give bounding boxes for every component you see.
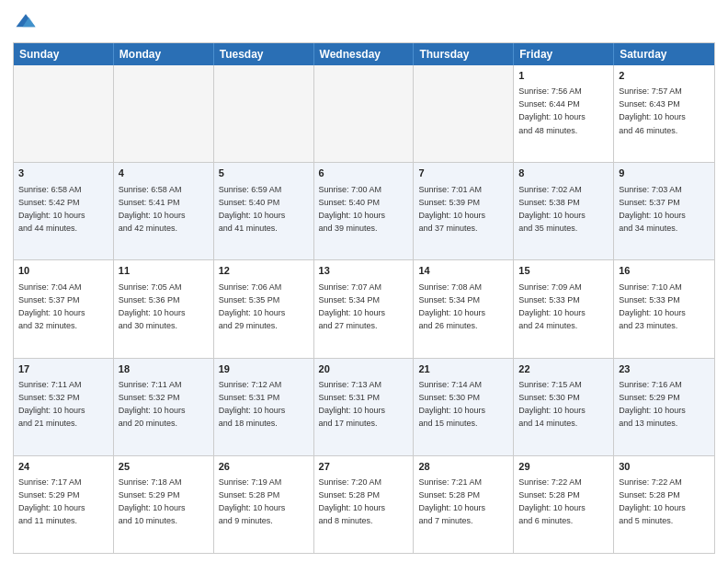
page: SundayMondayTuesdayWednesdayThursdayFrid…: [0, 0, 728, 563]
day-number: 13: [319, 264, 409, 278]
calendar-header: SundayMondayTuesdayWednesdayThursdayFrid…: [14, 43, 714, 65]
day-number: 24: [18, 460, 108, 474]
day-info: Sunrise: 7:15 AM Sunset: 5:30 PM Dayligh…: [518, 380, 586, 428]
day-number: 15: [518, 264, 609, 278]
calendar-cell: 21Sunrise: 7:14 AM Sunset: 5:30 PM Dayli…: [414, 359, 514, 455]
day-info: Sunrise: 7:57 AM Sunset: 6:43 PM Dayligh…: [619, 86, 686, 134]
calendar-row: 24Sunrise: 7:17 AM Sunset: 5:29 PM Dayli…: [14, 456, 714, 553]
day-info: Sunrise: 7:11 AM Sunset: 5:32 PM Dayligh…: [18, 380, 85, 428]
day-info: Sunrise: 6:58 AM Sunset: 5:42 PM Dayligh…: [18, 185, 85, 233]
day-number: 17: [18, 362, 108, 376]
day-info: Sunrise: 7:21 AM Sunset: 5:28 PM Dayligh…: [418, 477, 485, 525]
header: [13, 9, 715, 35]
calendar-row: 3Sunrise: 6:58 AM Sunset: 5:42 PM Daylig…: [14, 163, 714, 260]
calendar-cell: 7Sunrise: 7:01 AM Sunset: 5:39 PM Daylig…: [414, 163, 514, 259]
calendar-cell: [314, 65, 415, 162]
day-info: Sunrise: 7:18 AM Sunset: 5:29 PM Dayligh…: [119, 477, 186, 525]
calendar-cell: 19Sunrise: 7:12 AM Sunset: 5:31 PM Dayli…: [214, 359, 314, 455]
calendar-cell: 28Sunrise: 7:21 AM Sunset: 5:28 PM Dayli…: [414, 456, 514, 553]
weekday-header: Friday: [514, 43, 614, 65]
calendar-cell: 23Sunrise: 7:16 AM Sunset: 5:29 PM Dayli…: [614, 359, 714, 455]
calendar-body: 1Sunrise: 7:56 AM Sunset: 6:44 PM Daylig…: [14, 65, 714, 553]
day-number: 1: [518, 69, 609, 83]
day-info: Sunrise: 7:19 AM Sunset: 5:28 PM Dayligh…: [219, 477, 286, 525]
logo: [13, 9, 42, 35]
day-number: 7: [418, 167, 508, 180]
calendar-cell: 24Sunrise: 7:17 AM Sunset: 5:29 PM Dayli…: [14, 456, 114, 553]
calendar-cell: 15Sunrise: 7:09 AM Sunset: 5:33 PM Dayli…: [514, 260, 614, 357]
calendar-row: 17Sunrise: 7:11 AM Sunset: 5:32 PM Dayli…: [14, 359, 714, 456]
calendar-cell: 8Sunrise: 7:02 AM Sunset: 5:38 PM Daylig…: [514, 163, 614, 259]
calendar-cell: 29Sunrise: 7:22 AM Sunset: 5:28 PM Dayli…: [514, 456, 614, 553]
day-info: Sunrise: 7:13 AM Sunset: 5:31 PM Dayligh…: [319, 380, 386, 428]
day-number: 12: [219, 264, 309, 278]
day-info: Sunrise: 7:08 AM Sunset: 5:34 PM Dayligh…: [418, 282, 485, 330]
calendar-cell: 4Sunrise: 6:58 AM Sunset: 5:41 PM Daylig…: [114, 163, 214, 259]
day-number: 23: [619, 362, 710, 376]
calendar-cell: 12Sunrise: 7:06 AM Sunset: 5:35 PM Dayli…: [214, 260, 314, 357]
calendar-cell: 30Sunrise: 7:22 AM Sunset: 5:28 PM Dayli…: [614, 456, 714, 553]
day-number: 21: [418, 362, 508, 376]
day-info: Sunrise: 7:11 AM Sunset: 5:32 PM Dayligh…: [119, 380, 186, 428]
calendar-cell: 2Sunrise: 7:57 AM Sunset: 6:43 PM Daylig…: [614, 65, 714, 162]
day-info: Sunrise: 7:01 AM Sunset: 5:39 PM Dayligh…: [418, 185, 485, 233]
calendar-cell: 9Sunrise: 7:03 AM Sunset: 5:37 PM Daylig…: [614, 163, 714, 259]
weekday-header: Sunday: [14, 43, 114, 65]
calendar-cell: 16Sunrise: 7:10 AM Sunset: 5:33 PM Dayli…: [614, 260, 714, 357]
calendar-cell: 26Sunrise: 7:19 AM Sunset: 5:28 PM Dayli…: [214, 456, 314, 553]
day-info: Sunrise: 7:02 AM Sunset: 5:38 PM Dayligh…: [518, 185, 586, 233]
day-info: Sunrise: 7:07 AM Sunset: 5:34 PM Dayligh…: [319, 282, 386, 330]
calendar-cell: 3Sunrise: 6:58 AM Sunset: 5:42 PM Daylig…: [14, 163, 114, 259]
calendar-cell: 14Sunrise: 7:08 AM Sunset: 5:34 PM Dayli…: [414, 260, 514, 357]
logo-icon: [13, 9, 39, 35]
weekday-header: Saturday: [614, 43, 714, 65]
day-number: 28: [418, 460, 508, 474]
day-number: 27: [319, 460, 409, 474]
day-number: 22: [518, 362, 609, 376]
day-info: Sunrise: 7:04 AM Sunset: 5:37 PM Dayligh…: [18, 282, 85, 330]
calendar-cell: 18Sunrise: 7:11 AM Sunset: 5:32 PM Dayli…: [114, 359, 214, 455]
day-number: 8: [518, 167, 609, 180]
day-info: Sunrise: 7:06 AM Sunset: 5:35 PM Dayligh…: [219, 282, 286, 330]
day-number: 29: [518, 460, 609, 474]
calendar-row: 10Sunrise: 7:04 AM Sunset: 5:37 PM Dayli…: [14, 260, 714, 358]
day-number: 5: [219, 167, 309, 180]
calendar-cell: [14, 65, 114, 162]
calendar-cell: 11Sunrise: 7:05 AM Sunset: 5:36 PM Dayli…: [114, 260, 214, 357]
calendar-cell: 13Sunrise: 7:07 AM Sunset: 5:34 PM Dayli…: [314, 260, 415, 357]
day-info: Sunrise: 7:56 AM Sunset: 6:44 PM Dayligh…: [518, 86, 586, 134]
weekday-header: Monday: [114, 43, 214, 65]
day-number: 18: [119, 362, 209, 376]
weekday-header: Wednesday: [314, 43, 415, 65]
day-info: Sunrise: 7:17 AM Sunset: 5:29 PM Dayligh…: [18, 477, 85, 525]
day-info: Sunrise: 7:10 AM Sunset: 5:33 PM Dayligh…: [619, 282, 686, 330]
day-number: 10: [18, 264, 108, 278]
weekday-header: Tuesday: [214, 43, 314, 65]
day-number: 6: [319, 167, 409, 180]
day-info: Sunrise: 7:09 AM Sunset: 5:33 PM Dayligh…: [518, 282, 586, 330]
day-info: Sunrise: 7:22 AM Sunset: 5:28 PM Dayligh…: [619, 477, 686, 525]
day-info: Sunrise: 6:58 AM Sunset: 5:41 PM Dayligh…: [119, 185, 186, 233]
calendar-cell: 25Sunrise: 7:18 AM Sunset: 5:29 PM Dayli…: [114, 456, 214, 553]
day-info: Sunrise: 7:16 AM Sunset: 5:29 PM Dayligh…: [619, 380, 686, 428]
day-number: 16: [619, 264, 710, 278]
calendar-cell: 5Sunrise: 6:59 AM Sunset: 5:40 PM Daylig…: [214, 163, 314, 259]
day-info: Sunrise: 7:22 AM Sunset: 5:28 PM Dayligh…: [518, 477, 586, 525]
day-number: 2: [619, 69, 710, 83]
day-number: 4: [119, 167, 209, 180]
day-number: 19: [219, 362, 309, 376]
day-info: Sunrise: 7:14 AM Sunset: 5:30 PM Dayligh…: [418, 380, 485, 428]
day-number: 30: [619, 460, 710, 474]
calendar-cell: 10Sunrise: 7:04 AM Sunset: 5:37 PM Dayli…: [14, 260, 114, 357]
day-info: Sunrise: 7:05 AM Sunset: 5:36 PM Dayligh…: [119, 282, 186, 330]
day-number: 14: [418, 264, 508, 278]
calendar-cell: 22Sunrise: 7:15 AM Sunset: 5:30 PM Dayli…: [514, 359, 614, 455]
calendar-cell: 1Sunrise: 7:56 AM Sunset: 6:44 PM Daylig…: [514, 65, 614, 162]
calendar-cell: 6Sunrise: 7:00 AM Sunset: 5:40 PM Daylig…: [314, 163, 415, 259]
weekday-header: Thursday: [414, 43, 514, 65]
calendar-cell: [114, 65, 214, 162]
day-info: Sunrise: 7:20 AM Sunset: 5:28 PM Dayligh…: [319, 477, 386, 525]
calendar-cell: 27Sunrise: 7:20 AM Sunset: 5:28 PM Dayli…: [314, 456, 415, 553]
day-number: 25: [119, 460, 209, 474]
day-info: Sunrise: 6:59 AM Sunset: 5:40 PM Dayligh…: [219, 185, 286, 233]
